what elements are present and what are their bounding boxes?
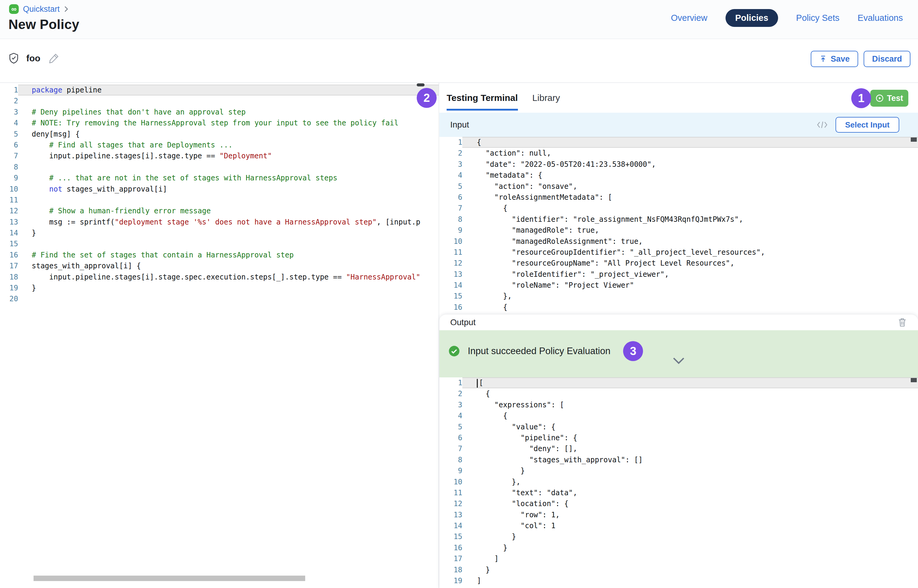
annotation-badge-3: 3 [623, 341, 643, 361]
policy-code-editor[interactable]: 1package pipeline23# Deny pipelines that… [0, 83, 439, 588]
output-label: Output [450, 318, 476, 327]
code-line: 3# Deny pipelines that don't have an app… [0, 107, 439, 118]
edit-name-button[interactable] [48, 53, 59, 64]
code-line: 10 }, [440, 477, 918, 487]
code-line: 19] [440, 575, 918, 586]
code-line: 12 "location": { [440, 498, 918, 509]
code-line: 2 [0, 95, 439, 107]
tab-library[interactable]: Library [532, 83, 560, 113]
code-line: 10 not stages_with_approval[i] [0, 184, 439, 195]
chevron-down-icon [672, 357, 685, 365]
code-line: 2 "action": null, [440, 148, 918, 158]
code-line: 11 [0, 195, 439, 205]
code-line: 17stages_with_approval[i] { [0, 260, 439, 271]
save-button[interactable]: Save [811, 51, 858, 67]
code-line: 1{ [440, 137, 918, 148]
code-line: 5deny[msg] { [0, 129, 439, 140]
code-line: 12 # Show a human-friendly error message [0, 205, 439, 216]
collapse-banner-button[interactable] [672, 357, 685, 365]
code-line: 14 "col": 1 [440, 520, 918, 531]
play-icon [875, 94, 884, 102]
app-window: ∞ Quickstart New Policy Overview Policie… [0, 0, 918, 588]
code-line: 17 ] [440, 553, 918, 564]
upload-icon [819, 55, 827, 63]
policy-toolbar: foo Save Discard [0, 39, 918, 82]
policy-name: foo [26, 53, 40, 63]
code-line: 19} [0, 283, 439, 293]
testing-terminal-panel: Testing Terminal Library Test Input [440, 83, 918, 588]
text-cursor [477, 379, 478, 388]
code-line: 16 } [440, 543, 918, 553]
trash-icon [897, 317, 907, 328]
breadcrumb-project-link[interactable]: Quickstart [23, 5, 60, 14]
code-line: 15 } [440, 531, 918, 542]
page-title: New Policy [8, 17, 79, 32]
code-line: 11 "text": "data", [440, 487, 918, 498]
success-check-icon [448, 346, 460, 357]
code-line: 5 "action": "onsave", [440, 181, 918, 192]
workspace: 1package pipeline23# Deny pipelines that… [0, 82, 918, 588]
code-line: 16 { [440, 302, 918, 313]
toolbar-actions: Save Discard [811, 51, 910, 67]
output-vscroll-thumb[interactable] [911, 378, 917, 382]
output-panel: Output Input succeeded Polic [440, 315, 918, 588]
tab-testing-terminal[interactable]: Testing Terminal [447, 83, 518, 113]
policy-code-lines: 1package pipeline23# Deny pipelines that… [0, 85, 439, 305]
code-line: 1package pipeline [0, 85, 439, 95]
output-json-editor[interactable]: 1[2 {3 "expressions": [4 {5 "value": {6 … [440, 377, 918, 587]
code-line: 13 "roleIdentifier": "_project_viewer", [440, 269, 918, 280]
code-line: 18 input.pipeline.stages[i].stage.spec.e… [0, 271, 439, 283]
code-line: 10 "managedRoleAssignment": true, [440, 236, 918, 247]
code-line: 6 "pipeline": { [440, 432, 918, 443]
clear-output-button[interactable] [897, 317, 907, 328]
input-vscroll-thumb[interactable] [911, 137, 917, 142]
code-line: 6 "roleAssignmentMetadata": [ [440, 192, 918, 203]
input-json-editor[interactable]: 1{2 "action": null,3 "date": "2022-05-05… [440, 137, 918, 315]
code-line: 13 "row": 1, [440, 509, 918, 520]
test-button[interactable]: Test [870, 90, 908, 107]
editor-hscroll-thumb[interactable] [34, 576, 305, 581]
code-line: 12 "resourceGroupName": "All Project Lev… [440, 258, 918, 269]
code-line: 14 "roleName": "Project Viewer" [440, 280, 918, 291]
code-line: 7 { [440, 203, 918, 213]
code-line: 4# NOTE: Try removing the HarnessApprova… [0, 118, 439, 128]
nav-tab-policy-sets[interactable]: Policy Sets [796, 13, 839, 23]
chevron-right-icon [64, 6, 68, 12]
code-line: 9 "managedRole": true, [440, 225, 918, 236]
code-line: 18 } [440, 564, 918, 575]
code-line: 13 msg := sprintf("deployment stage '%s'… [0, 216, 439, 228]
edit-as-code-button[interactable] [817, 121, 827, 129]
page-header: ∞ Quickstart New Policy Overview Policie… [0, 0, 918, 39]
annotation-badge-1: 1 [851, 88, 871, 108]
code-line: 15 [0, 238, 439, 249]
code-line: 8 [0, 162, 439, 173]
annotation-badge-2: 2 [417, 88, 436, 108]
select-input-button[interactable]: Select Input [836, 117, 899, 132]
code-line: 3 "expressions": [ [440, 399, 918, 410]
code-line: 4 { [440, 410, 918, 421]
nav-tab-evaluations[interactable]: Evaluations [858, 13, 903, 23]
policy-identity: foo [9, 53, 59, 64]
input-label: Input [450, 120, 469, 129]
evaluation-success-banner: Input succeeded Policy Evaluation 3 [440, 330, 918, 377]
code-line: 9 # ... that are not in the set of stage… [0, 173, 439, 183]
discard-button[interactable]: Discard [864, 51, 910, 67]
output-section-header: Output [440, 315, 918, 330]
editor-vscroll-thumb[interactable] [417, 83, 425, 86]
code-line: 9 } [440, 465, 918, 476]
breadcrumb: ∞ Quickstart [9, 4, 68, 14]
code-line: 16# Find the set of stages that contain … [0, 250, 439, 260]
nav-tab-policies[interactable]: Policies [726, 9, 778, 27]
policy-shield-icon [9, 53, 18, 64]
module-tabs: Overview Policies Policy Sets Evaluation… [671, 9, 903, 27]
terminal-tabs: Testing Terminal Library Test [440, 83, 918, 113]
code-line: 6 # Find all stages that are Deployments… [0, 140, 439, 150]
code-line: 15 }, [440, 291, 918, 302]
harness-logo-icon: ∞ [9, 4, 19, 14]
code-icon [817, 121, 827, 129]
code-line: 8 "identifier": "role_assignment_NsFQM43… [440, 214, 918, 225]
nav-tab-overview[interactable]: Overview [671, 13, 707, 23]
code-line: 5 "value": { [440, 422, 918, 432]
code-line: 4 "metadata": { [440, 170, 918, 181]
code-line: 14} [0, 228, 439, 238]
